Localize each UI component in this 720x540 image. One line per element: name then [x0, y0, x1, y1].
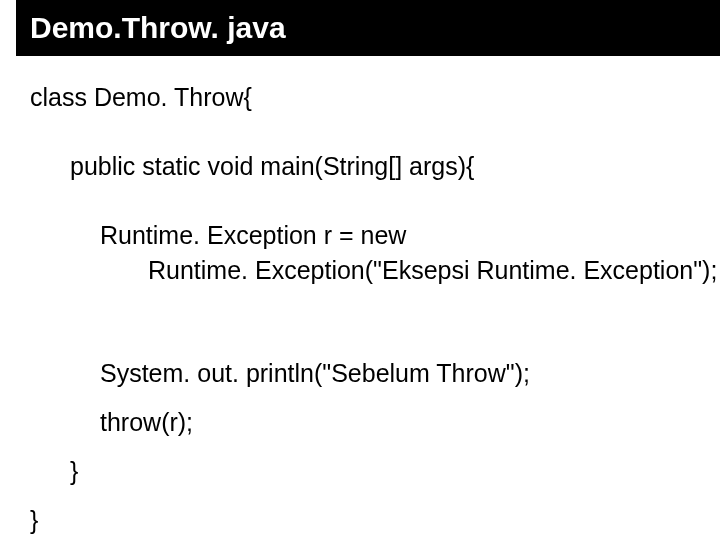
code-line: class Demo. Throw{ — [30, 80, 700, 115]
code-line: System. out. println("Sebelum Throw"); — [100, 356, 700, 391]
code-line: Runtime. Exception("Eksepsi Runtime. Exc… — [148, 253, 700, 288]
code-line: Runtime. Exception r = new — [100, 218, 700, 253]
slide: Demo.Throw. java class Demo. Throw{ publ… — [0, 0, 720, 540]
code-line: throw(r); — [100, 405, 700, 440]
code-line: } — [70, 454, 700, 489]
slide-title: Demo.Throw. java — [30, 11, 286, 45]
code-line: public static void main(String[] args){ — [70, 149, 700, 184]
code-body: class Demo. Throw{ public static void ma… — [30, 80, 700, 538]
title-bar: Demo.Throw. java — [16, 0, 720, 56]
code-line: } — [30, 503, 700, 538]
